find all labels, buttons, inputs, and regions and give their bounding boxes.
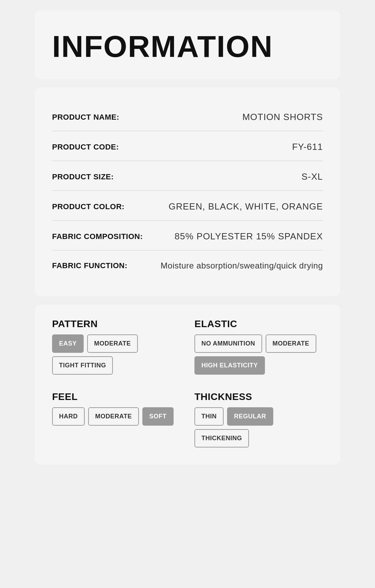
- fabric-composition-label: FABRIC COMPOSITION:: [52, 232, 143, 241]
- elastic-buttons: NO AMMUNITION MODERATE HIGH ELASTICITY: [194, 334, 323, 375]
- feel-buttons: HARD MODERATE SOFT: [52, 407, 181, 426]
- fabric-function-label: FABRIC FUNCTION:: [52, 261, 127, 270]
- feel-title: FEEL: [52, 391, 181, 402]
- product-color-row: PRODUCT COLOR: GREEN, BLACK, WHITE, ORAN…: [52, 191, 323, 221]
- pattern-tight-fitting-button[interactable]: TIGHT FITTING: [52, 356, 113, 375]
- elastic-no-ammunition-button[interactable]: NO AMMUNITION: [194, 334, 262, 353]
- product-color-value: GREEN, BLACK, WHITE, ORANGE: [168, 201, 323, 212]
- page-title: INFORMATION: [52, 31, 323, 62]
- fabric-function-row: FABRIC FUNCTION: Moisture absorption/swe…: [52, 250, 323, 279]
- feel-moderate-button[interactable]: MODERATE: [88, 407, 139, 426]
- fabric-composition-row: FABRIC COMPOSITION: 85% POLYESTER 15% SP…: [52, 221, 323, 250]
- product-code-row: PRODUCT CODE: FY-611: [52, 131, 323, 161]
- pattern-buttons: EASY MODERATE TIGHT FITTING: [52, 334, 181, 375]
- product-size-row: PRODUCT SIZE: S-XL: [52, 161, 323, 191]
- thickness-title: THICKNESS: [194, 391, 323, 402]
- product-size-value: S-XL: [301, 171, 323, 182]
- thickness-group: THICKNESS THIN REGULAR THICKENING: [194, 391, 323, 448]
- product-color-label: PRODUCT COLOR:: [52, 202, 125, 211]
- feel-group: FEEL HARD MODERATE SOFT: [52, 391, 181, 448]
- info-card: PRODUCT NAME: MOTION SHORTS PRODUCT CODE…: [35, 87, 340, 296]
- elastic-title: ELASTIC: [194, 318, 323, 330]
- pattern-moderate-button[interactable]: MODERATE: [87, 334, 138, 353]
- title-card: INFORMATION: [35, 10, 340, 79]
- elastic-moderate-button[interactable]: MODERATE: [266, 334, 316, 353]
- pattern-easy-button[interactable]: EASY: [52, 334, 84, 353]
- thickness-thickening-button[interactable]: THICKENING: [194, 429, 249, 448]
- feel-hard-button[interactable]: HARD: [52, 407, 85, 426]
- attributes-card: PATTERN EASY MODERATE TIGHT FITTING ELAS…: [35, 305, 340, 465]
- product-name-value: MOTION SHORTS: [242, 112, 323, 122]
- elastic-high-button[interactable]: HIGH ELASTICITY: [194, 356, 265, 375]
- pattern-title: PATTERN: [52, 318, 181, 330]
- product-name-label: PRODUCT NAME:: [52, 113, 119, 122]
- product-size-label: PRODUCT SIZE:: [52, 172, 114, 181]
- thickness-thin-button[interactable]: THIN: [194, 407, 224, 426]
- thickness-regular-button[interactable]: REGULAR: [227, 407, 273, 426]
- product-name-row: PRODUCT NAME: MOTION SHORTS: [52, 101, 323, 131]
- fabric-function-value: Moisture absorption/sweating/quick dryin…: [161, 261, 323, 271]
- elastic-group: ELASTIC NO AMMUNITION MODERATE HIGH ELAS…: [194, 318, 323, 375]
- fabric-composition-value: 85% POLYESTER 15% SPANDEX: [175, 231, 323, 242]
- feel-soft-button[interactable]: SOFT: [142, 407, 174, 426]
- pattern-group: PATTERN EASY MODERATE TIGHT FITTING: [52, 318, 181, 375]
- thickness-buttons: THIN REGULAR THICKENING: [194, 407, 323, 448]
- product-code-value: FY-611: [292, 142, 323, 152]
- product-code-label: PRODUCT CODE:: [52, 143, 119, 152]
